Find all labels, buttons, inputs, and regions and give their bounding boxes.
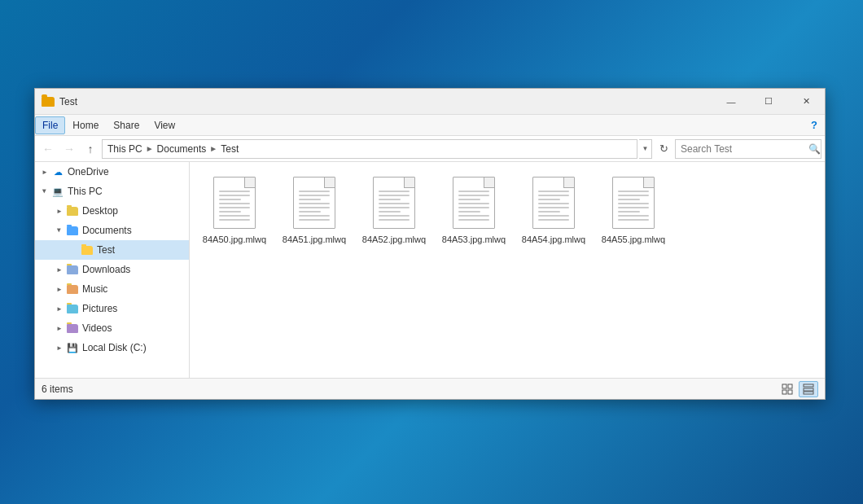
file-name: 84A50.jpg.mlwq <box>203 234 266 245</box>
sidebar-label-videos: Videos <box>82 322 112 334</box>
svg-rect-2 <box>782 390 786 394</box>
file-item[interactable]: 84A54.jpg.mlwq <box>517 170 590 248</box>
hdd-icon: 💾 <box>66 341 79 354</box>
view-list-button[interactable] <box>799 381 818 397</box>
file-item[interactable]: 84A51.jpg.mlwq <box>278 170 351 248</box>
file-name: 84A54.jpg.mlwq <box>522 234 585 245</box>
file-lines <box>458 191 489 223</box>
sidebar-label-pictures: Pictures <box>82 303 117 314</box>
file-icon <box>368 173 420 232</box>
sidebar-label-this-pc: This PC <box>68 186 103 197</box>
file-lines <box>618 191 649 223</box>
expand-icon-music: ► <box>53 283 66 296</box>
file-lines <box>538 191 569 223</box>
sidebar-item-videos[interactable]: ► Videos <box>35 318 189 338</box>
file-icon <box>448 173 500 232</box>
onedrive-icon: ☁ <box>51 165 64 178</box>
sidebar-label-documents: Documents <box>82 225 132 236</box>
ribbon-tab-file[interactable]: File <box>35 116 65 134</box>
sidebar-label-onedrive: OneDrive <box>68 166 109 177</box>
titlebar-icon <box>42 95 55 108</box>
file-item[interactable]: 84A53.jpg.mlwq <box>437 170 510 248</box>
sidebar-item-onedrive[interactable]: ► ☁ OneDrive <box>35 162 189 182</box>
file-name: 84A51.jpg.mlwq <box>283 234 346 245</box>
svg-rect-6 <box>804 392 813 394</box>
expand-icon-this-pc: ► <box>38 185 51 198</box>
sidebar-label-desktop: Desktop <box>82 205 118 217</box>
documents-folder-icon <box>66 224 79 237</box>
file-explorer-window: Test — ☐ ✕ File Home Share View ? ← → ↑ … <box>34 88 826 400</box>
file-icon <box>208 173 261 232</box>
sidebar-item-documents[interactable]: ► Documents <box>35 221 189 240</box>
document-page <box>612 177 655 229</box>
sidebar-item-downloads[interactable]: ► Downloads <box>35 260 189 279</box>
document-page <box>373 177 415 229</box>
minimize-button[interactable]: — <box>712 89 750 115</box>
file-name: 84A53.jpg.mlwq <box>442 234 506 245</box>
sidebar: ► ☁ OneDrive ► 💻 This PC ► Desktop ► <box>35 162 190 378</box>
file-lines <box>219 191 250 223</box>
ribbon-toolbar: File Home Share View ? <box>35 115 825 136</box>
svg-rect-0 <box>782 384 786 388</box>
sidebar-item-pictures[interactable]: ► Pictures <box>35 299 189 318</box>
sidebar-item-this-pc[interactable]: ► 💻 This PC <box>35 182 189 201</box>
file-item[interactable]: 84A52.jpg.mlwq <box>357 170 431 248</box>
ribbon-tab-share[interactable]: Share <box>106 116 147 134</box>
content-area: 84A50.jpg.mlwq 84A51.jpg.mlwq 84A52.jpg.… <box>190 162 825 378</box>
path-dropdown-button[interactable]: ▼ <box>639 139 652 159</box>
sidebar-item-desktop[interactable]: ► Desktop <box>35 201 189 221</box>
file-item[interactable]: 84A50.jpg.mlwq <box>198 170 271 248</box>
view-grid-button[interactable] <box>778 381 797 397</box>
file-name: 84A55.jpg.mlwq <box>602 234 665 245</box>
svg-rect-4 <box>804 384 813 387</box>
path-this-pc[interactable]: This PC <box>107 143 142 155</box>
sidebar-item-test[interactable]: ► Test <box>35 240 189 260</box>
titlebar: Test — ☐ ✕ <box>35 89 825 115</box>
address-bar: ← → ↑ This PC ► Documents ► Test ▼ ↻ 🔍 <box>35 136 825 162</box>
file-lines <box>379 191 410 223</box>
sidebar-item-local-disk[interactable]: ► 💾 Local Disk (C:) <box>35 338 189 357</box>
forward-button[interactable]: → <box>59 139 79 159</box>
ribbon-tab-view[interactable]: View <box>147 116 182 134</box>
videos-folder-icon <box>66 322 79 335</box>
refresh-button[interactable]: ↻ <box>654 139 673 159</box>
list-view-icon <box>803 383 814 395</box>
svg-rect-5 <box>804 388 813 391</box>
statusbar: 6 items <box>35 378 825 399</box>
sidebar-label-music: Music <box>82 283 107 295</box>
ribbon-tab-home[interactable]: Home <box>65 116 106 134</box>
file-icon <box>607 173 659 232</box>
document-page <box>453 177 495 229</box>
items-count: 6 items <box>42 383 778 395</box>
grid-view-icon <box>782 383 793 395</box>
up-button[interactable]: ↑ <box>81 139 100 159</box>
file-icon <box>528 173 580 232</box>
file-item[interactable]: 84A55.jpg.mlwq <box>597 170 670 248</box>
search-input[interactable] <box>676 143 808 155</box>
address-path[interactable]: This PC ► Documents ► Test <box>102 139 637 159</box>
path-documents[interactable]: Documents <box>157 143 207 155</box>
sidebar-label-local-disk: Local Disk (C:) <box>82 342 147 353</box>
pictures-folder-icon <box>66 302 79 315</box>
help-button[interactable]: ? <box>804 115 825 136</box>
downloads-folder-icon <box>66 263 79 276</box>
breadcrumb: This PC ► Documents ► Test <box>107 143 239 155</box>
expand-icon-local-disk: ► <box>53 341 66 354</box>
svg-rect-1 <box>788 384 792 388</box>
maximize-button[interactable]: ☐ <box>750 89 787 115</box>
music-folder-icon <box>66 283 79 296</box>
view-controls <box>778 381 818 397</box>
close-button[interactable]: ✕ <box>787 89 825 115</box>
expand-icon-onedrive: ► <box>38 165 51 178</box>
expand-icon-downloads: ► <box>53 263 66 276</box>
expand-icon-documents: ► <box>53 224 66 237</box>
search-button[interactable]: 🔍 <box>808 139 821 159</box>
path-test[interactable]: Test <box>221 143 239 155</box>
sidebar-label-test: Test <box>97 244 115 256</box>
sidebar-item-music[interactable]: ► Music <box>35 279 189 299</box>
document-page <box>213 177 256 229</box>
file-lines <box>299 191 330 223</box>
back-button[interactable]: ← <box>38 139 58 159</box>
test-folder-icon <box>81 243 94 256</box>
file-icon <box>288 173 340 232</box>
